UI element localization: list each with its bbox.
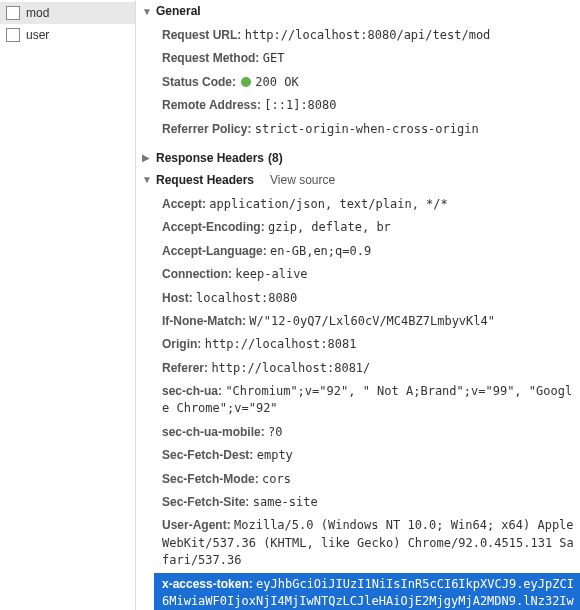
request-list-item-label: user [26,28,49,42]
header-row: Status Code: 200 OK [154,71,580,94]
section-title: General [156,4,201,18]
header-row: sec-ch-ua: "Chromium";v="92", " Not A;Br… [154,380,580,421]
header-row: Request Method: GET [154,47,580,70]
header-name: Status Code: [162,75,236,89]
header-row: Accept: application/json, text/plain, */… [154,193,580,216]
header-row: Referer: http://localhost:8081/ [154,357,580,380]
section-title: Response Headers [156,151,264,165]
header-value: cors [262,472,291,486]
header-value: ?0 [268,425,282,439]
header-name: Referrer Policy: [162,122,251,136]
header-value: localhost:8080 [196,291,297,305]
header-value: empty [257,448,293,462]
header-name: If-None-Match: [162,314,246,328]
header-name: Request URL: [162,28,241,42]
header-value: keep-alive [235,267,307,281]
header-row: Accept-Encoding: gzip, deflate, br [154,216,580,239]
header-row: Host: localhost:8080 [154,287,580,310]
header-row: Sec-Fetch-Mode: cors [154,468,580,491]
header-name: User-Agent: [162,518,231,532]
header-value: 200 OK [255,75,298,89]
collapse-icon: ▼ [142,6,152,17]
header-name: sec-ch-ua: [162,384,222,398]
checkbox-icon[interactable] [6,6,20,20]
request-headers-section-body: Accept: application/json, text/plain, */… [136,191,580,610]
header-value: http://localhost:8081/ [211,361,370,375]
section-title: Request Headers [156,173,254,187]
request-list-sidebar: mod user [0,0,136,610]
request-list-item[interactable]: mod [0,2,135,24]
header-value: same-site [253,495,318,509]
headers-panel: ▼ General Request URL: http://localhost:… [136,0,580,610]
status-dot-icon [241,77,251,87]
header-row: Request URL: http://localhost:8080/api/t… [154,24,580,47]
header-value: [::1]:8080 [264,98,336,112]
view-source-link[interactable]: View source [270,173,335,187]
response-headers-section-header[interactable]: ▶ Response Headers (8) [136,147,580,169]
header-name: Host: [162,291,193,305]
header-row: Referrer Policy: strict-origin-when-cros… [154,118,580,141]
header-name: sec-ch-ua-mobile: [162,425,265,439]
header-name: x-access-token: [162,577,253,591]
header-name: Accept-Language: [162,244,267,258]
header-value: http://localhost:8080/api/test/mod [245,28,491,42]
header-value: W/"12-0yQ7/Lxl60cV/MC4BZ7LmbyvKl4" [249,314,495,328]
section-count: (8) [268,151,283,165]
header-name: Origin: [162,337,201,351]
header-row: Connection: keep-alive [154,263,580,286]
header-name: Connection: [162,267,232,281]
collapse-icon: ▼ [142,174,152,185]
header-row: Sec-Fetch-Site: same-site [154,491,580,514]
header-row: Accept-Language: en-GB,en;q=0.9 [154,240,580,263]
expand-icon: ▶ [142,152,152,163]
header-value: "Chromium";v="92", " Not A;Brand";v="99"… [162,384,572,415]
header-value: application/json, text/plain, */* [209,197,447,211]
header-row: x-access-token: eyJhbGciOiJIUzI1NiIsInR5… [154,573,580,610]
header-name: Request Method: [162,51,259,65]
header-value: strict-origin-when-cross-origin [255,122,479,136]
header-name: Remote Address: [162,98,261,112]
header-row: If-None-Match: W/"12-0yQ7/Lxl60cV/MC4BZ7… [154,310,580,333]
checkbox-icon[interactable] [6,28,20,42]
request-list-item[interactable]: user [0,24,135,46]
header-row: Sec-Fetch-Dest: empty [154,444,580,467]
header-name: Sec-Fetch-Site: [162,495,249,509]
request-headers-section-header[interactable]: ▼ Request Headers View source [136,169,580,191]
header-row: sec-ch-ua-mobile: ?0 [154,421,580,444]
header-row: Remote Address: [::1]:8080 [154,94,580,117]
request-list-item-label: mod [26,6,49,20]
header-value: http://localhost:8081 [205,337,357,351]
header-value: gzip, deflate, br [268,220,391,234]
header-row: Origin: http://localhost:8081 [154,333,580,356]
header-name: Sec-Fetch-Dest: [162,448,253,462]
header-name: Accept-Encoding: [162,220,265,234]
header-name: Referer: [162,361,208,375]
header-value: GET [263,51,285,65]
header-value: en-GB,en;q=0.9 [270,244,371,258]
general-section-body: Request URL: http://localhost:8080/api/t… [136,22,580,147]
general-section-header[interactable]: ▼ General [136,0,580,22]
header-name: Sec-Fetch-Mode: [162,472,259,486]
header-row: User-Agent: Mozilla/5.0 (Windows NT 10.0… [154,514,580,572]
header-name: Accept: [162,197,206,211]
